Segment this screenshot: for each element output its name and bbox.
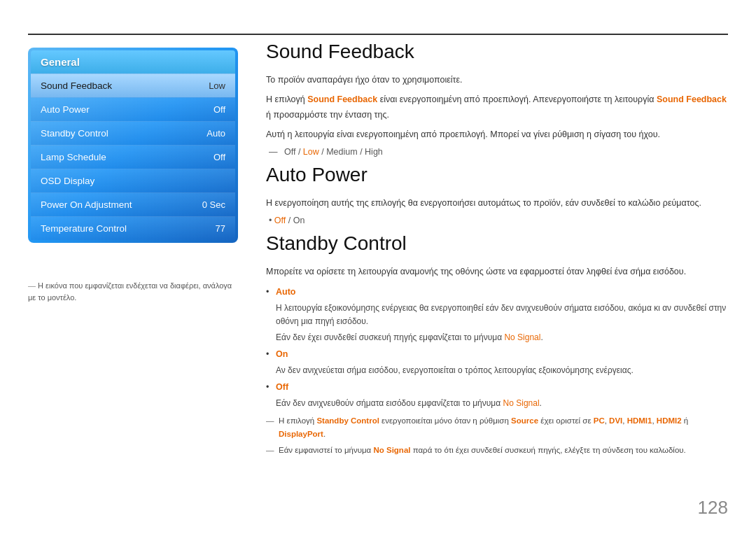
- menu-item-label: Standby Control: [41, 128, 108, 139]
- menu-header: General: [31, 50, 235, 73]
- menu-item-value: Off: [214, 104, 225, 115]
- standby-note2: Εάν εμφανιστεί το μήνυμα No Signal παρά …: [266, 444, 728, 456]
- standby-off-text: Εάν δεν ανιχνευθούν σήματα εισόδου εμφαν…: [266, 397, 728, 410]
- menu-box: General Sound Feedback Low Auto Power Of…: [28, 48, 238, 243]
- menu-item-temperature-control[interactable]: Temperature Control 77: [31, 216, 235, 240]
- sound-feedback-para2: Η επιλογή Sound Feedback είναι ενεργοποι…: [266, 92, 728, 122]
- menu-item-value: Low: [209, 80, 225, 91]
- section-sound-feedback: Sound Feedback Το προϊόν αναπαράγει ήχο …: [266, 41, 728, 157]
- sound-feedback-para3: Αυτή η λειτουργία είναι ενεργοποιημένη α…: [266, 127, 728, 142]
- standby-bullet-off: Off: [266, 380, 728, 394]
- page-number: 128: [698, 497, 728, 519]
- menu-item-label: Lamp Schedule: [41, 152, 106, 162]
- standby-bullet-auto: Auto: [266, 285, 728, 299]
- menu-item-sound-feedback[interactable]: Sound Feedback Low: [31, 73, 235, 97]
- top-divider: [28, 34, 728, 35]
- menu-item-value: Off: [214, 152, 225, 162]
- left-menu-panel: General Sound Feedback Low Auto Power Of…: [28, 48, 238, 243]
- standby-on-text: Αν δεν ανιχνεύεται σήμα εισόδου, ενεργοπ…: [266, 364, 728, 377]
- section-title-sound-feedback: Sound Feedback: [266, 41, 728, 63]
- menu-item-value: 77: [216, 223, 225, 234]
- menu-item-value: 0 Sec: [202, 199, 225, 210]
- sound-feedback-para1: Το προϊόν αναπαράγει ήχο όταν το χρησιμο…: [266, 73, 728, 87]
- menu-item-lamp-schedule[interactable]: Lamp Schedule Off: [31, 145, 235, 169]
- section-title-standby-control: Standby Control: [266, 232, 728, 255]
- menu-item-osd-display[interactable]: OSD Display: [31, 169, 235, 192]
- auto-power-para1: Η ενεργοποίηση αυτής της επιλογής θα ενε…: [266, 196, 728, 211]
- standby-bullet-on: On: [266, 347, 728, 361]
- right-content-panel: Sound Feedback Το προϊόν αναπαράγει ήχο …: [266, 41, 728, 461]
- standby-control-para1: Μπορείτε να ορίσετε τη λειτουργία αναμον…: [266, 265, 728, 279]
- section-auto-power: Auto Power Η ενεργοποίηση αυτής της επιλ…: [266, 164, 728, 225]
- auto-power-options: • Off / On: [266, 216, 728, 225]
- standby-auto-text2: Εάν δεν έχει συνδεθεί συσκευή πηγής εμφα…: [266, 331, 728, 344]
- standby-note1: Η επιλογή Standby Control ενεργοποιείται…: [266, 414, 728, 440]
- section-standby-control: Standby Control Μπορείτε να ορίσετε τη λ…: [266, 232, 728, 456]
- menu-item-auto-power[interactable]: Auto Power Off: [31, 97, 235, 121]
- menu-item-label: Power On Adjustment: [41, 199, 132, 210]
- section-title-auto-power: Auto Power: [266, 164, 728, 186]
- left-panel-note: — Η εικόνα που εμφανίζεται ενδέχεται να …: [28, 280, 238, 303]
- sound-feedback-options: — Off / Low / Medium / High: [266, 147, 728, 157]
- menu-item-power-on-adjustment[interactable]: Power On Adjustment 0 Sec: [31, 192, 235, 216]
- menu-item-label: Auto Power: [41, 104, 90, 115]
- menu-item-standby-control[interactable]: Standby Control Auto: [31, 121, 235, 145]
- standby-auto-text1: Η λειτουργία εξοικονόμησης ενέργειας θα …: [266, 302, 728, 328]
- menu-item-value: Auto: [206, 128, 225, 139]
- menu-item-label: OSD Display: [41, 176, 94, 186]
- menu-item-label: Sound Feedback: [41, 80, 112, 91]
- menu-item-label: Temperature Control: [41, 223, 127, 234]
